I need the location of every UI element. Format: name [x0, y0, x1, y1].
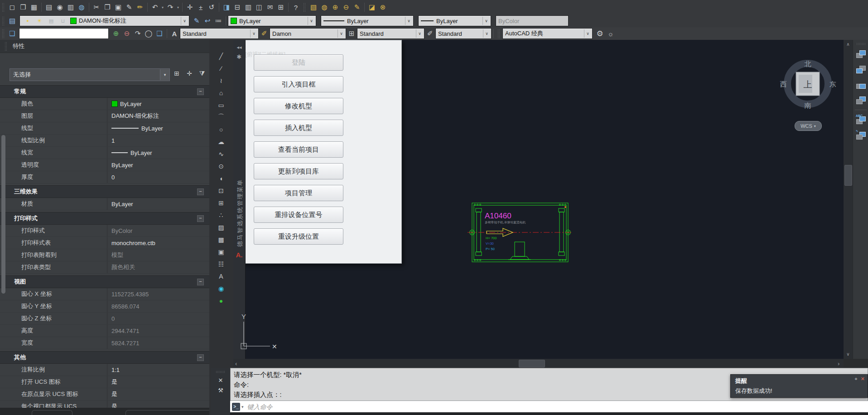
scroll-down-icon[interactable]: ∨ [844, 352, 853, 357]
polygon-icon[interactable]: ⌂ [216, 87, 227, 98]
view-cube[interactable]: 北 南 西 东 上 [773, 47, 844, 120]
vertical-scrollbar[interactable]: ∧ ∨ [844, 40, 853, 359]
section-header[interactable]: 三维效果− [0, 185, 209, 198]
section-header[interactable]: 常规− [0, 85, 209, 98]
layer-plot-printer-icon[interactable]: ▤ [46, 15, 57, 26]
property-value[interactable]: ByLayer [107, 98, 209, 110]
redo-menu-icon[interactable]: ▾ [176, 2, 180, 13]
batch-plot-icon[interactable]: ▥ [65, 2, 76, 13]
ellipse-icon[interactable]: ⊙ [216, 161, 227, 171]
make-block-icon[interactable]: ⊞ [216, 198, 227, 208]
property-value[interactable]: ByLayer [107, 198, 209, 210]
pin-icon[interactable]: + [854, 376, 857, 382]
sheet-set-manager-icon[interactable]: ◫ [254, 2, 265, 13]
open-file-icon[interactable]: ❒ [18, 2, 29, 13]
polyline-icon[interactable]: ≀ [216, 75, 227, 86]
revision-cloud-icon[interactable]: ☁ [216, 136, 227, 147]
vertical-scroll-thumb[interactable] [844, 165, 852, 186]
horizontal-scrollbar[interactable]: ‹ › [233, 359, 844, 368]
send-to-back-icon[interactable] [856, 65, 866, 74]
layer-lock-icon[interactable]: ⊔ [58, 15, 68, 26]
ellipse-arc-icon[interactable]: ◖ [216, 173, 227, 183]
region-icon[interactable]: ▣ [216, 246, 227, 257]
collapse-icon[interactable]: − [197, 88, 204, 95]
property-value[interactable]: 0 [107, 171, 209, 183]
toolbar-grip[interactable] [303, 3, 306, 12]
match-properties-icon[interactable]: ✎ [124, 2, 135, 13]
tool-palettes-icon[interactable]: ▥ [243, 2, 254, 13]
collapse-icon[interactable]: − [197, 188, 204, 195]
property-value[interactable]: ByLayer [107, 122, 209, 134]
toolbar-grip[interactable] [2, 3, 5, 12]
multileader-style-dropdown[interactable]: Standard ∨ [435, 28, 492, 39]
property-value[interactable]: 是 [107, 388, 209, 400]
zoom-previous-icon[interactable]: ↺ [206, 2, 217, 13]
dialog-button-reset-upgrade-position[interactable]: 重设升级位置 [254, 228, 343, 245]
model-space-canvas[interactable]: [-][俯视][二维线框] ◂◂ ✱ 德马智选系统管理菜单 A. 登陆引入项目框… [233, 40, 844, 359]
text-to-front-icon[interactable]: ABC [856, 116, 866, 125]
close-icon[interactable]: ✕ [861, 376, 865, 382]
hatch-icon[interactable]: ▨ [216, 222, 227, 232]
property-value[interactable]: ByLayer [107, 159, 209, 171]
plot-icon[interactable]: ▤ [43, 2, 54, 13]
dialog-button-update-to-project-library[interactable]: 更新到项目库 [254, 163, 343, 179]
collapse-icon[interactable]: − [197, 215, 204, 222]
property-value[interactable]: 是 [107, 376, 209, 388]
layer-states-manager-icon[interactable]: ≔ [213, 15, 224, 26]
gradient-icon[interactable]: ▩ [216, 234, 227, 245]
chevron-down-icon[interactable]: ▾ [160, 69, 169, 80]
toolbar-grip[interactable] [2, 29, 5, 38]
rectangle-icon[interactable]: ▭ [216, 100, 227, 110]
help-icon[interactable]: ? [290, 2, 301, 13]
chevron-down-icon[interactable]: ∨ [416, 29, 423, 38]
new-file-icon[interactable]: ◻ [7, 2, 18, 13]
circle-minus-icon[interactable]: ⊖ [121, 28, 132, 39]
workspace-dropdown[interactable]: AutoCAD 经典 ∨ [502, 28, 593, 39]
circle-tool-icon[interactable]: ◯ [143, 28, 154, 39]
make-object-layer-current-icon[interactable]: ✎ [191, 15, 202, 26]
line-icon[interactable]: ╱ [216, 51, 227, 61]
properties-palette-icon[interactable]: ◨ [221, 2, 232, 13]
palette-scrollbar-thumb[interactable] [1, 135, 5, 294]
point-icon[interactable]: ∴ [216, 210, 227, 220]
multiline-text-icon[interactable]: A [216, 271, 227, 281]
partial-tab[interactable] [32, 410, 72, 415]
layer-walk-icon[interactable]: ▧ [308, 2, 319, 13]
undo-icon[interactable]: ↶ [149, 2, 160, 13]
chevron-down-icon[interactable]: ∨ [405, 17, 412, 25]
linetype-dropdown[interactable]: ByLayer ∨ [321, 15, 414, 26]
table-icon[interactable]: ☷ [216, 259, 227, 269]
save-file-icon[interactable]: ▦ [29, 2, 39, 13]
layer-on-bulb-icon[interactable]: ● [22, 15, 33, 26]
block-editor-icon[interactable]: ✏ [135, 2, 145, 13]
circle-icon[interactable]: ○ [216, 124, 227, 135]
redo-icon[interactable]: ↷ [165, 2, 176, 13]
dialog-button-project-management[interactable]: 项目管理 [254, 185, 343, 201]
cut-icon[interactable]: ✂ [91, 2, 102, 13]
publish-web-icon[interactable]: ◍ [76, 2, 87, 13]
lineweight-dropdown[interactable]: ByLayer ∨ [418, 15, 491, 26]
viewcube-top-label[interactable]: 上 [804, 80, 812, 89]
clipboard-tool-icon[interactable]: ❑ [154, 28, 165, 39]
compass-west[interactable]: 西 [780, 80, 787, 88]
layer-freeze-tool-icon[interactable]: ◪ [366, 2, 377, 13]
chevron-down-icon[interactable]: ∨ [483, 29, 490, 38]
quick-select-icon[interactable]: ⧩ [197, 68, 207, 79]
copy-to-new-layer-icon[interactable]: ⊖ [341, 2, 352, 13]
clip-blue-icon[interactable]: ❑ [7, 28, 18, 39]
collapse-icon[interactable]: − [197, 279, 204, 285]
scroll-right-icon[interactable]: › [838, 360, 839, 367]
bring-above-objects-icon[interactable] [856, 80, 866, 89]
chevron-down-icon[interactable]: ∨ [338, 29, 345, 38]
workspace-settings-gear-icon[interactable]: ⚙ [594, 28, 605, 39]
paste-icon[interactable]: ▣ [113, 2, 124, 13]
dialog-button-import-project-frame[interactable]: 引入项目框 [254, 76, 343, 92]
toolbar-grip[interactable] [2, 16, 5, 25]
chevron-down-icon[interactable]: ∨ [308, 17, 315, 25]
command-input[interactable] [246, 403, 868, 411]
divider-icon[interactable] [855, 110, 867, 111]
dialog-button-view-current-project[interactable]: 查看当前项目 [254, 141, 343, 158]
send-under-objects-icon[interactable] [856, 96, 866, 105]
section-header[interactable]: 视图− [0, 275, 209, 288]
settings-icon[interactable]: ✱ [233, 53, 245, 60]
